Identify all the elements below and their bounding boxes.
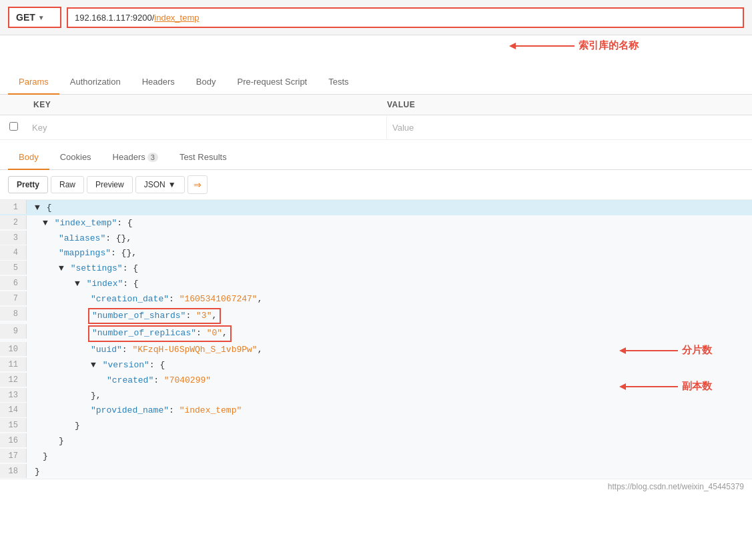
json-line-13: 13 },	[0, 388, 752, 403]
tab-body[interactable]: Body	[185, 70, 227, 95]
json-lines: 1 ▼ { 2 ▼ "index_temp": { 3 "aliases": {…	[0, 200, 752, 479]
tab-params[interactable]: Params	[8, 70, 59, 95]
key-input[interactable]: Key	[27, 116, 387, 139]
json-line-4: 4 "mappings": {},	[0, 245, 752, 261]
params-section: KEY VALUE Key Value	[0, 95, 752, 140]
preview-button[interactable]: Preview	[87, 176, 133, 193]
wrap-button[interactable]: ⇒	[187, 175, 208, 194]
response-tab-body[interactable]: Body	[8, 145, 49, 170]
request-tabs: Params Authorization Headers Body Pre-re…	[0, 70, 752, 95]
key-column-header: KEY	[0, 100, 387, 109]
response-tab-headers[interactable]: Headers3	[102, 145, 169, 170]
json-line-11: 11 ▼ "version": {	[0, 357, 752, 373]
json-line-15: 15 }	[0, 418, 752, 433]
json-line-9: 9 "number_of_replicas": "0",	[0, 324, 752, 342]
url-path: index_temp	[154, 13, 199, 23]
pretty-button[interactable]: Pretty	[8, 176, 48, 193]
json-line-18: 18 }	[0, 464, 752, 479]
toggle-11[interactable]: ▼	[91, 360, 96, 370]
tab-headers[interactable]: Headers	[131, 70, 185, 95]
json-line-7: 7 "creation_date": "1605341067247",	[0, 291, 752, 307]
annotation-index-text: 索引库的名称	[579, 39, 639, 52]
replicas-highlight: "number_of_replicas": "0",	[88, 325, 232, 342]
toggle-1[interactable]: ▼	[35, 203, 40, 213]
response-tab-test-results[interactable]: Test Results	[169, 145, 238, 170]
line-content-1: ▼ {	[27, 200, 752, 215]
json-line-1: 1 ▼ {	[0, 200, 752, 215]
row-checkbox[interactable]	[0, 115, 27, 139]
json-line-14: 14 "provided_name": "index_temp"	[0, 403, 752, 418]
shards-highlight: "number_of_shards": "3",	[88, 308, 221, 325]
url-input[interactable]: 192.168.1.117:9200/index_temp	[67, 7, 744, 28]
json-line-3: 3 "aliases": {},	[0, 231, 752, 246]
json-line-5: 5 ▼ "settings": {	[0, 261, 752, 276]
json-line-12: 12 "created": "7040299"	[0, 373, 752, 388]
raw-button[interactable]: Raw	[51, 176, 84, 193]
json-caret: ▼	[168, 180, 176, 189]
json-line-2: 2 ▼ "index_temp": {	[0, 215, 752, 231]
footer-url: https://blog.csdn.net/weixin_45445379	[0, 479, 752, 494]
response-tabs: Body Cookies Headers3 Test Results	[0, 145, 752, 170]
tab-tests[interactable]: Tests	[318, 70, 359, 95]
json-line-8: 8 "number_of_shards": "3",	[0, 307, 752, 325]
url-bar: GET ▼ 192.168.1.117:9200/index_temp	[0, 0, 752, 35]
value-column-header: VALUE	[387, 100, 752, 109]
method-selector[interactable]: GET ▼	[8, 7, 61, 28]
json-dropdown[interactable]: JSON ▼	[135, 176, 185, 193]
checkbox-input[interactable]	[9, 122, 18, 131]
params-row: Key Value	[0, 115, 752, 140]
json-label: JSON	[144, 180, 165, 189]
response-tab-cookies[interactable]: Cookies	[49, 145, 102, 170]
toggle-6[interactable]: ▼	[75, 279, 80, 289]
json-line-6: 6 ▼ "index": {	[0, 276, 752, 291]
json-viewer: 1 ▼ { 2 ▼ "index_temp": { 3 "aliases": {…	[0, 200, 752, 479]
line-num-1: 1	[0, 200, 27, 214]
method-caret: ▼	[38, 14, 45, 21]
tab-authorization[interactable]: Authorization	[59, 70, 131, 95]
headers-badge: 3	[147, 153, 158, 162]
params-header: KEY VALUE	[0, 95, 752, 115]
tab-prerequest[interactable]: Pre-request Script	[226, 70, 318, 95]
json-line-17: 17 }	[0, 449, 752, 464]
footer-url-text: https://blog.csdn.net/weixin_45445379	[608, 482, 744, 491]
value-input[interactable]: Value	[387, 116, 752, 139]
json-line-16: 16 }	[0, 433, 752, 449]
format-bar: Pretty Raw Preview JSON ▼ ⇒	[0, 170, 752, 200]
url-text: 192.168.1.117:9200/	[75, 13, 154, 23]
toggle-2[interactable]: ▼	[43, 218, 48, 228]
toggle-5[interactable]: ▼	[59, 263, 64, 273]
json-line-10: 10 "uuid": "KFzqH-U6SpWQh_S_1vb9Pw",	[0, 342, 752, 357]
annotation-index-name: 索引库的名称	[514, 39, 639, 52]
method-label: GET	[16, 12, 35, 23]
